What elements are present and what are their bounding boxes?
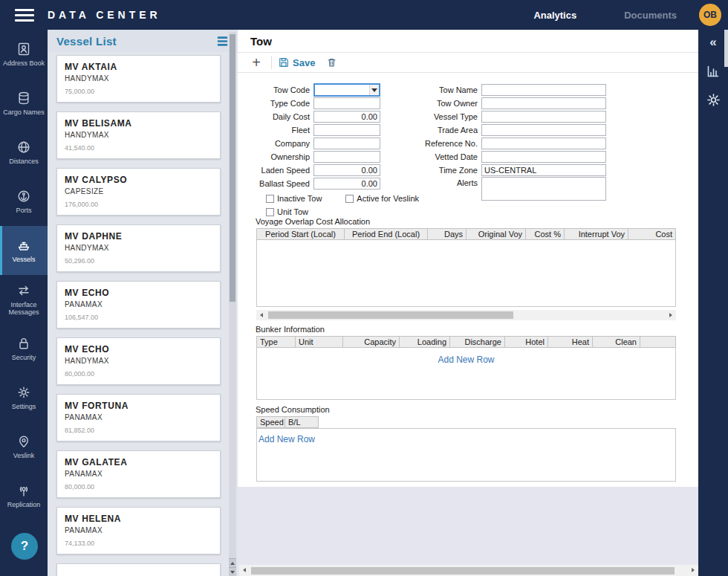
column-header: Heat xyxy=(548,337,593,347)
voyage-table-scrollbar[interactable] xyxy=(256,310,676,320)
scroll-right-button[interactable] xyxy=(688,565,698,575)
avatar[interactable]: OB xyxy=(699,4,721,26)
vessel-card-partial[interactable] xyxy=(56,563,221,576)
scrollbar-thumb[interactable] xyxy=(251,567,675,575)
tow-code-select[interactable] xyxy=(313,83,380,97)
reference-no-input[interactable] xyxy=(481,137,606,149)
vessel-card[interactable]: MV ECHO PANAMAX 106,547.00 xyxy=(56,281,221,329)
nav-analytics[interactable]: Analytics xyxy=(533,10,576,21)
chart-panel-button[interactable] xyxy=(706,64,721,79)
column-header: Discharge xyxy=(450,337,505,347)
column-header: Clean xyxy=(593,337,640,347)
type-code-input[interactable] xyxy=(313,97,380,109)
vessel-dwt: 80,000.00 xyxy=(65,483,212,491)
sidebar-item-distances[interactable]: Distances xyxy=(0,128,48,177)
sidebar-item-cargo-names[interactable]: Cargo Names xyxy=(0,79,48,128)
sidebar-item-security[interactable]: Security xyxy=(0,324,48,373)
page-scrollbar[interactable] xyxy=(724,30,728,576)
gear-icon xyxy=(706,92,721,108)
fleet-input[interactable] xyxy=(313,124,380,136)
nav-documents[interactable]: Documents xyxy=(624,10,677,21)
sidebar-item-replication[interactable]: Replication xyxy=(0,471,48,520)
company-input[interactable] xyxy=(313,137,380,149)
inactive-tow-label: Inactive Tow xyxy=(277,194,322,203)
speed-consumption-table: Speed B/L Add New Row xyxy=(256,416,676,482)
ship-icon xyxy=(16,238,31,253)
speed-consumption-title: Speed Consumption xyxy=(256,405,330,414)
scroll-left-button[interactable] xyxy=(239,565,250,575)
exchange-arrows-icon xyxy=(16,283,31,298)
page-title: Tow xyxy=(250,35,272,48)
tow-name-input[interactable] xyxy=(481,84,606,96)
alerts-textarea[interactable] xyxy=(481,177,606,201)
unit-tow-label: Unit Tow xyxy=(277,207,308,216)
scrollbar-thumb[interactable] xyxy=(724,30,728,67)
sidebar-item-label: Distances xyxy=(9,158,39,165)
vessel-list-scrollbar[interactable] xyxy=(229,32,236,576)
inactive-tow-checkbox[interactable] xyxy=(266,195,274,203)
app-title: DATA CENTER xyxy=(48,9,161,21)
tow-owner-input[interactable] xyxy=(481,97,606,109)
vessel-type: HANDYMAX xyxy=(65,131,212,139)
column-header: Period End (Local) xyxy=(345,229,428,239)
delete-button[interactable] xyxy=(327,57,337,68)
main-horizontal-scrollbar[interactable] xyxy=(239,565,698,576)
tow-code-label: Tow Code xyxy=(243,85,313,94)
collapse-icon[interactable]: « xyxy=(709,36,716,49)
laden-speed-input[interactable] xyxy=(313,164,380,176)
arrow-left-icon xyxy=(243,568,246,572)
sidebar-item-address-book[interactable]: Address Book xyxy=(0,30,48,79)
help-button[interactable]: ? xyxy=(11,533,38,560)
vessel-dwt: 80,000.00 xyxy=(65,370,212,378)
vessel-type: CAPESIZE xyxy=(65,187,212,195)
scroll-left-button[interactable] xyxy=(256,310,267,320)
arrow-right-icon xyxy=(692,568,695,572)
settings-panel-button[interactable] xyxy=(706,92,721,108)
sidebar-item-settings[interactable]: Settings xyxy=(0,373,48,422)
sidebar-item-vessels[interactable]: Vessels xyxy=(0,226,48,275)
unit-tow-checkbox[interactable] xyxy=(266,208,274,216)
daily-cost-input[interactable] xyxy=(313,111,380,123)
scroll-up-button[interactable] xyxy=(229,558,236,567)
bunker-add-new-row-link[interactable]: Add New Row xyxy=(438,355,494,365)
vessel-card[interactable]: MV AKTAIA HANDYMAX 75,000.00 xyxy=(56,55,221,103)
sidebar-item-veslink[interactable]: Veslink xyxy=(0,422,48,471)
column-header: Hotel xyxy=(505,337,548,347)
vessel-card[interactable]: MV ECHO HANDYMAX 80,000.00 xyxy=(56,337,221,385)
sidebar-item-ports[interactable]: Ports xyxy=(0,177,48,226)
menu-icon[interactable] xyxy=(15,6,34,25)
vessel-card[interactable]: MV CALYPSO CAPESIZE 176,000.00 xyxy=(56,168,221,216)
vessel-type-input[interactable] xyxy=(481,111,606,123)
vessel-card[interactable]: MV HELENA PANAMAX 74,133.00 xyxy=(56,507,221,554)
database-icon xyxy=(16,91,31,106)
sidebar-item-interface-messages[interactable]: Interface Messages xyxy=(0,275,48,324)
vessel-dwt: 81,852.00 xyxy=(65,427,212,434)
add-button[interactable]: + xyxy=(248,54,264,71)
vessel-list-title: Vessel List xyxy=(56,35,216,48)
vessel-list-panel: Vessel List MV AKTAIA HANDYMAX 75,000.00… xyxy=(48,30,238,576)
arrow-down-icon xyxy=(230,571,235,574)
vessel-card[interactable]: MV GALATEA PANAMAX 80,000.00 xyxy=(56,450,221,498)
speed-add-new-row-link[interactable]: Add New Row xyxy=(259,434,315,444)
scrollbar-thumb[interactable] xyxy=(268,311,513,319)
save-button[interactable]: Save xyxy=(279,57,315,68)
type-code-label: Type Code xyxy=(243,99,313,108)
vessel-list-header: Vessel List xyxy=(48,30,238,52)
active-for-veslink-checkbox[interactable] xyxy=(345,195,354,203)
scroll-down-button[interactable] xyxy=(229,567,236,576)
vessel-card[interactable]: MV BELISAMA HANDYMAX 41,540.00 xyxy=(56,111,221,159)
time-zone-input[interactable] xyxy=(481,164,606,176)
time-zone-label: Time Zone xyxy=(411,166,481,175)
sidebar-item-label: Vessels xyxy=(12,256,35,263)
company-label: Company xyxy=(243,139,313,148)
ballast-speed-input[interactable] xyxy=(313,178,380,190)
trade-area-input[interactable] xyxy=(481,124,606,136)
vetted-date-input[interactable] xyxy=(481,151,606,163)
list-icon[interactable] xyxy=(216,35,229,48)
ownership-input[interactable] xyxy=(313,151,380,163)
scrollbar-thumb[interactable] xyxy=(230,34,235,302)
scroll-right-button[interactable] xyxy=(666,310,676,320)
vessel-card[interactable]: MV FORTUNA PANAMAX 81,852.00 xyxy=(56,394,221,441)
vessel-card[interactable]: MV DAPHNE HANDYMAX 50,296.00 xyxy=(56,224,221,272)
vessel-card-list: MV AKTAIA HANDYMAX 75,000.00 MV BELISAMA… xyxy=(56,55,221,576)
